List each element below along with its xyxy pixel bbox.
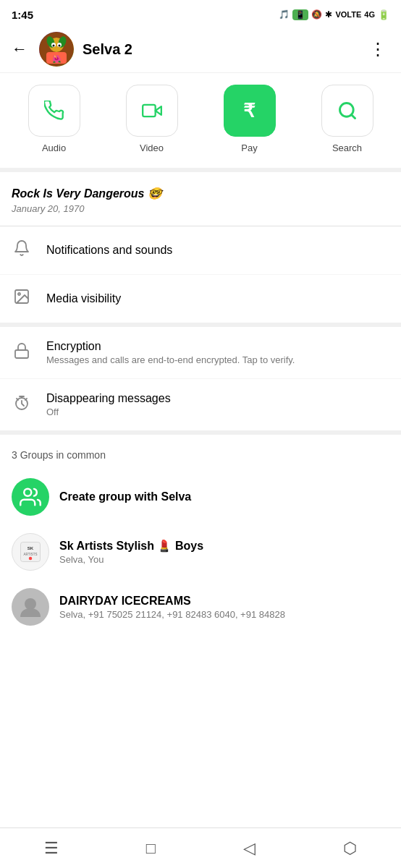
contact-name: Selva 2 — [83, 41, 355, 58]
timer-icon — [12, 394, 32, 416]
create-group-button[interactable]: Create group with Selva — [0, 469, 401, 524]
action-row: Audio Video ₹ Pay Search — [0, 73, 401, 172]
avatar-image: 🌺 — [39, 32, 74, 67]
svg-point-16 — [18, 293, 20, 295]
sk-artists-name: Sk Artists Stylish 💄 Boys — [59, 539, 389, 553]
sk-artists-members: Selva, You — [59, 554, 389, 565]
bell-icon — [12, 239, 32, 261]
media-title: Media visibility — [46, 292, 389, 305]
groups-label: 3 Groups in common — [0, 443, 401, 469]
video-call-button[interactable]: Video — [106, 85, 197, 153]
menu-button[interactable]: ☰ — [30, 833, 73, 864]
4g-icon: 4G — [364, 10, 375, 19]
encryption-section: Encryption Messages and calls are end-to… — [0, 327, 401, 435]
pay-button[interactable]: ₹ Pay — [204, 85, 295, 153]
create-group-name: Create group with Selva — [59, 490, 389, 503]
sk-artists-group-item[interactable]: SK ARTISTS Sk Artists Stylish 💄 Boys Sel… — [0, 524, 401, 579]
people-icon — [20, 486, 41, 508]
pay-label: Pay — [241, 142, 257, 153]
status-icons: 🎵 📱 🔕 ✱ VOLTE 4G 🔋 — [279, 9, 389, 20]
dairyday-members: Selva, +91 75025 21124, +91 82483 6040, … — [59, 609, 389, 620]
svg-point-6 — [53, 45, 55, 47]
video-icon-box — [126, 85, 178, 137]
dairyday-avatar — [12, 588, 49, 626]
search-button[interactable]: Search — [302, 85, 392, 153]
notifications-title: Notifications and sounds — [46, 244, 389, 257]
signal-icon: 🔕 — [311, 9, 322, 20]
status-time: 1:45 — [12, 9, 33, 21]
video-label: Video — [140, 142, 164, 153]
search-icon — [337, 101, 358, 121]
network-icon: VOLTE — [335, 10, 361, 19]
encryption-subtitle: Messages and calls are end-to-end encryp… — [46, 354, 389, 365]
encryption-item[interactable]: Encryption Messages and calls are end-to… — [0, 327, 401, 379]
encryption-text: Encryption Messages and calls are end-to… — [46, 340, 389, 365]
audio-icon-box — [28, 85, 80, 137]
notifications-text: Notifications and sounds — [46, 244, 389, 257]
status-text: Rock Is Very Dangerous 🤓 — [12, 187, 389, 200]
dairyday-name: DAIRYDAY ICECREAMS — [59, 595, 389, 608]
bottom-navigation: ☰ □ ◁ ⬡ — [0, 827, 401, 868]
header: ← 🌺 Selva 2 ⋮ — [0, 26, 401, 73]
svg-point-21 — [24, 489, 31, 496]
audio-call-button[interactable]: Audio — [9, 85, 99, 153]
sk-logo-icon: SK ARTISTS — [20, 541, 41, 563]
dairyday-group-item[interactable]: DAIRYDAY ICECREAMS Selva, +91 75025 2112… — [0, 579, 401, 634]
phone-icon — [44, 101, 64, 121]
svg-marker-11 — [155, 106, 161, 115]
svg-line-14 — [351, 114, 355, 118]
create-group-avatar — [12, 478, 49, 516]
search-label: Search — [332, 142, 362, 153]
dairyday-text: DAIRYDAY ICECREAMS Selva, +91 75025 2112… — [59, 595, 389, 620]
svg-rect-17 — [15, 350, 28, 358]
bluetooth-icon: ✱ — [325, 9, 332, 20]
sk-artists-avatar: SK ARTISTS — [12, 533, 49, 571]
settings-section: Notifications and sounds Media visibilit… — [0, 226, 401, 327]
disappearing-subtitle: Off — [46, 407, 389, 417]
svg-text:SK: SK — [28, 546, 34, 550]
back-nav-button[interactable]: ◁ — [229, 833, 270, 864]
disappearing-item[interactable]: Disappearing messages Off — [0, 379, 401, 430]
status-bar: 1:45 🎵 📱 🔕 ✱ VOLTE 4G 🔋 — [0, 0, 401, 26]
svg-point-25 — [29, 557, 33, 561]
pay-icon-box: ₹ — [224, 85, 276, 137]
avatar[interactable]: 🌺 — [39, 32, 74, 67]
svg-rect-12 — [143, 105, 156, 116]
music-icon: 🎵 — [279, 9, 290, 20]
home-button[interactable]: □ — [132, 833, 170, 864]
create-group-text: Create group with Selva — [59, 490, 389, 503]
svg-text:ARTISTS: ARTISTS — [24, 553, 38, 556]
svg-point-26 — [25, 598, 36, 610]
image-icon — [12, 288, 32, 310]
recent-apps-button[interactable]: ⬡ — [329, 833, 371, 864]
svg-point-8 — [53, 47, 60, 51]
svg-text:🌺: 🌺 — [52, 54, 62, 64]
disappearing-title: Disappearing messages — [46, 392, 389, 405]
status-date: January 20, 1970 — [12, 203, 389, 214]
more-options-button[interactable]: ⋮ — [363, 36, 392, 62]
groups-section: 3 Groups in common Create group with Sel… — [0, 435, 401, 634]
audio-label: Audio — [42, 142, 66, 153]
lock-icon — [12, 342, 32, 364]
battery-icon: 🔋 — [378, 9, 389, 20]
person-icon — [19, 595, 42, 618]
search-icon-box — [321, 85, 373, 137]
disappearing-text: Disappearing messages Off — [46, 392, 389, 417]
svg-point-7 — [59, 45, 61, 47]
encryption-title: Encryption — [46, 340, 389, 353]
app-icon: 📱 — [292, 9, 308, 20]
back-button[interactable]: ← — [9, 37, 30, 61]
media-text: Media visibility — [46, 292, 389, 305]
video-icon — [142, 101, 162, 121]
status-section: Rock Is Very Dangerous 🤓 January 20, 197… — [0, 172, 401, 226]
notifications-item[interactable]: Notifications and sounds — [0, 226, 401, 275]
sk-artists-text: Sk Artists Stylish 💄 Boys Selva, You — [59, 539, 389, 565]
rupee-icon: ₹ — [243, 100, 256, 122]
media-item[interactable]: Media visibility — [0, 275, 401, 323]
